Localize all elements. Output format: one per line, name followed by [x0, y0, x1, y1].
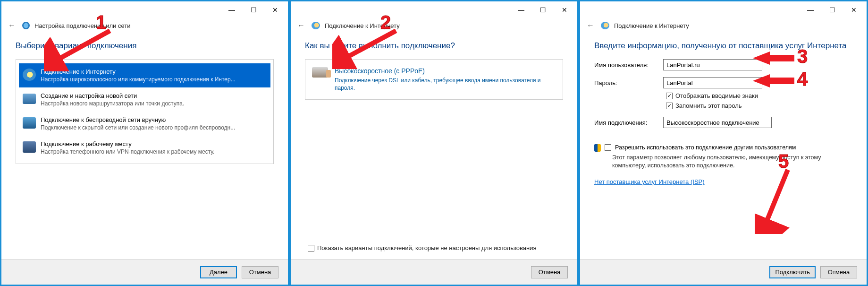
option-internet[interactable]: Подключение к Интернету Настройка широко…	[19, 63, 270, 87]
titlebar: — ☐ ✕	[291, 1, 577, 18]
wizard-step-2: — ☐ ✕ ← Подключение к Интернету Как вы х…	[289, 0, 579, 286]
password-row: Пароль:	[594, 77, 852, 88]
maximize-button[interactable]: ☐	[532, 3, 554, 17]
cancel-button[interactable]: Отмена	[242, 266, 278, 278]
titlebar: — ☐ ✕	[580, 1, 867, 18]
globe-icon	[312, 22, 320, 29]
annotation-number-3: 3	[797, 46, 808, 67]
maximize-button[interactable]: ☐	[821, 3, 843, 17]
connection-name-row: Имя подключения:	[594, 117, 852, 128]
checkbox-label: Отображать вводимые знаки	[675, 92, 758, 99]
maximize-button[interactable]: ☐	[243, 3, 264, 17]
minimize-button[interactable]: —	[800, 3, 821, 17]
option-subtitle: Настройка нового маршрутизатора или точк…	[41, 100, 184, 107]
option-subtitle: Настройка широкополосного или коммутируе…	[41, 76, 236, 83]
close-button[interactable]: ✕	[264, 3, 286, 17]
annotation-arrow-3-bar	[769, 55, 794, 61]
content-area: Выберите вариант подключения Подключение…	[1, 33, 288, 259]
checkbox-label: Показать варианты подключений, которые н…	[317, 244, 536, 251]
isp-link[interactable]: Нет поставщика услуг Интернета (ISP)	[594, 178, 852, 185]
minimize-button[interactable]: —	[510, 3, 532, 17]
password-label: Пароль:	[594, 79, 663, 87]
option-subtitle: Настройка телефонного или VPN-подключени…	[41, 148, 214, 155]
option-subtitle: Подключение через DSL или кабель, требую…	[335, 77, 556, 92]
allow-others-block: Разрешить использовать это подключение д…	[594, 144, 852, 170]
option-list: Подключение к Интернету Настройка широко…	[16, 59, 274, 164]
shield-icon	[594, 144, 601, 152]
wizard-step-1: — ☐ ✕ ← Настройка подключения или сети В…	[0, 0, 289, 286]
username-row: Имя пользователя:	[594, 59, 852, 70]
back-icon[interactable]: ←	[297, 21, 307, 30]
globe-icon	[23, 69, 36, 81]
headline: Введите информацию, полученную от постав…	[594, 41, 852, 51]
connect-button[interactable]: Подключить	[769, 266, 816, 278]
option-list: Высокоскоростное (с PPPoE) Подключение ч…	[305, 59, 563, 100]
annotation-arrow-4-bar	[769, 78, 794, 84]
allow-others-description: Этот параметр позволяет любому пользоват…	[612, 154, 852, 170]
option-new-network[interactable]: Создание и настройка новой сети Настройк…	[19, 87, 270, 112]
allow-others-label: Разрешить использовать это подключение д…	[615, 144, 796, 151]
titlebar: — ☐ ✕	[1, 1, 288, 18]
close-button[interactable]: ✕	[843, 3, 865, 17]
wizard-step-3: — ☐ ✕ ← Подключение к Интернету Введите …	[579, 0, 868, 286]
header-row: ← Подключение к Интернету	[291, 18, 577, 33]
annotation-arrow-3	[753, 52, 770, 65]
connection-name-label: Имя подключения:	[594, 119, 663, 126]
back-icon[interactable]: ←	[587, 21, 596, 30]
globe-icon	[601, 22, 609, 29]
option-subtitle: Подключение к скрытой сети или создание …	[41, 124, 235, 131]
cancel-button[interactable]: Отмена	[820, 266, 857, 278]
remember-password-checkbox[interactable]: Запомнить этот пароль	[666, 102, 852, 109]
window-title: Подключение к Интернету	[614, 22, 689, 29]
modem-icon	[312, 67, 328, 78]
router-icon	[23, 94, 36, 104]
minimize-button[interactable]: —	[221, 3, 243, 17]
window-title: Настройка подключения или сети	[34, 22, 130, 29]
checkbox-icon	[666, 103, 673, 109]
option-title: Подключение к рабочему месту	[41, 140, 214, 147]
checkbox-icon[interactable]	[605, 144, 611, 151]
annotation-number-5: 5	[778, 151, 789, 172]
header-row: ← Подключение к Интернету	[580, 18, 867, 33]
footer: Отмена	[291, 259, 577, 285]
annotation-number-1: 1	[96, 12, 106, 33]
show-chars-checkbox[interactable]: Отображать вводимые знаки	[666, 92, 852, 99]
option-manual-wifi[interactable]: Подключение к беспроводной сети вручную …	[19, 112, 270, 136]
back-icon[interactable]: ←	[8, 21, 17, 30]
headline: Выберите вариант подключения	[16, 41, 274, 51]
content-area: Как вы хотите выполнить подключение? Выс…	[291, 33, 577, 259]
briefcase-icon	[23, 141, 36, 153]
option-title: Высокоскоростное (с PPPoE)	[335, 67, 556, 75]
username-input[interactable]	[663, 59, 762, 70]
option-title: Создание и настройка новой сети	[41, 92, 184, 99]
close-button[interactable]: ✕	[554, 3, 575, 17]
password-input[interactable]	[663, 77, 762, 88]
footer: Подключить Отмена	[580, 259, 867, 285]
headline: Как вы хотите выполнить подключение?	[305, 41, 563, 51]
checkbox-label: Запомнить этот пароль	[675, 102, 742, 109]
content-area: Введите информацию, полученную от постав…	[580, 33, 867, 259]
footer: Далее Отмена	[1, 259, 288, 285]
wifi-icon	[23, 117, 36, 129]
option-title: Подключение к Интернету	[41, 68, 236, 75]
show-unconfigured-checkbox[interactable]: Показать варианты подключений, которые н…	[308, 244, 563, 251]
next-button[interactable]: Далее	[200, 266, 237, 278]
annotation-number-4: 4	[797, 69, 808, 90]
annotation-number-2: 2	[380, 12, 391, 33]
option-workplace[interactable]: Подключение к рабочему месту Настройка т…	[19, 136, 270, 160]
network-icon	[22, 22, 30, 29]
annotation-arrow-4	[753, 74, 770, 87]
header-row: ← Настройка подключения или сети	[1, 18, 288, 33]
cancel-button[interactable]: Отмена	[531, 266, 568, 278]
checkbox-icon	[308, 245, 314, 251]
option-pppoe[interactable]: Высокоскоростное (с PPPoE) Подключение ч…	[310, 64, 558, 95]
username-label: Имя пользователя:	[594, 61, 663, 69]
checkbox-icon	[666, 93, 673, 99]
connection-name-input[interactable]	[663, 117, 772, 128]
option-title: Подключение к беспроводной сети вручную	[41, 116, 235, 123]
